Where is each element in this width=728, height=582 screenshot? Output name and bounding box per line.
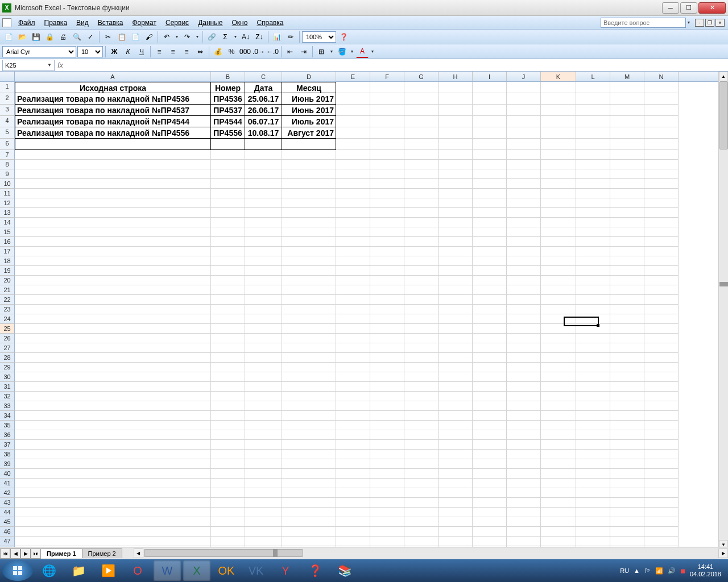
menu-service[interactable]: Сервис: [161, 18, 193, 28]
cell-F39[interactable]: [370, 459, 404, 469]
cell-B42[interactable]: [211, 488, 245, 498]
cell-N32[interactable]: [644, 392, 679, 401]
cell-D34[interactable]: [282, 411, 336, 421]
cell-G43[interactable]: [404, 498, 439, 508]
cell-G5[interactable]: [404, 127, 439, 139]
cell-N16[interactable]: [644, 237, 679, 247]
cell-F2[interactable]: [370, 93, 404, 105]
cell-I45[interactable]: [473, 517, 507, 527]
cell-L24[interactable]: [576, 314, 610, 324]
cell-H29[interactable]: [439, 363, 473, 372]
cell-G46[interactable]: [404, 527, 439, 537]
cell-J5[interactable]: [507, 127, 541, 139]
cell-M42[interactable]: [610, 488, 644, 498]
cell-J7[interactable]: [507, 150, 541, 160]
row-header-5[interactable]: 5: [0, 127, 15, 139]
row-header-15[interactable]: 15: [0, 227, 15, 237]
cell-E34[interactable]: [336, 411, 370, 421]
cell-H12[interactable]: [439, 198, 473, 208]
cell-I44[interactable]: [473, 508, 507, 517]
cell-G20[interactable]: [404, 276, 439, 285]
cell-F22[interactable]: [370, 295, 404, 305]
cell-K9[interactable]: [541, 169, 576, 179]
cell-N10[interactable]: [644, 179, 679, 189]
cell-K35[interactable]: [541, 421, 576, 430]
cell-D40[interactable]: [282, 469, 336, 479]
cell-G39[interactable]: [404, 459, 439, 469]
cell-L25[interactable]: [576, 324, 610, 334]
cell-E39[interactable]: [336, 459, 370, 469]
cell-B23[interactable]: [211, 305, 245, 314]
cell-F40[interactable]: [370, 469, 404, 479]
cell-A16[interactable]: [15, 237, 211, 247]
menu-insert[interactable]: Вставка: [93, 18, 128, 28]
cell-B2[interactable]: ПР4536: [211, 93, 245, 105]
cell-E30[interactable]: [336, 372, 370, 382]
cell-I6[interactable]: [473, 139, 507, 150]
row-header-8[interactable]: 8: [0, 160, 15, 169]
cell-H2[interactable]: [439, 93, 473, 105]
cell-C16[interactable]: [245, 237, 282, 247]
cell-L40[interactable]: [576, 469, 610, 479]
cell-M41[interactable]: [610, 479, 644, 488]
cell-K29[interactable]: [541, 363, 576, 372]
cell-B1[interactable]: Номер: [211, 82, 245, 93]
cell-H20[interactable]: [439, 276, 473, 285]
cell-E25[interactable]: [336, 324, 370, 334]
cell-B10[interactable]: [211, 179, 245, 189]
cell-J18[interactable]: [507, 256, 541, 266]
cell-M12[interactable]: [610, 198, 644, 208]
cell-N12[interactable]: [644, 198, 679, 208]
cell-L23[interactable]: [576, 305, 610, 314]
cell-L11[interactable]: [576, 189, 610, 198]
cell-D4[interactable]: Июль 2017: [282, 116, 336, 127]
cell-K24[interactable]: [541, 314, 576, 324]
cell-K43[interactable]: [541, 498, 576, 508]
cell-F23[interactable]: [370, 305, 404, 314]
cell-G26[interactable]: [404, 334, 439, 343]
cell-E3[interactable]: [336, 105, 370, 116]
cell-L29[interactable]: [576, 363, 610, 372]
cell-A5[interactable]: Реализация товара по накладной №ПР4556: [15, 127, 211, 139]
cell-N30[interactable]: [644, 372, 679, 382]
row-header-30[interactable]: 30: [0, 372, 15, 382]
print-icon[interactable]: 🖨: [57, 31, 69, 43]
cell-D23[interactable]: [282, 305, 336, 314]
cell-L32[interactable]: [576, 392, 610, 401]
cell-F31[interactable]: [370, 382, 404, 392]
cell-I9[interactable]: [473, 169, 507, 179]
cell-I15[interactable]: [473, 227, 507, 237]
column-header-F[interactable]: F: [370, 72, 404, 81]
align-right-icon[interactable]: ≡: [180, 45, 193, 58]
bold-button[interactable]: Ж: [108, 45, 121, 58]
cell-K33[interactable]: [541, 401, 576, 411]
row-header-32[interactable]: 32: [0, 392, 15, 401]
cell-M20[interactable]: [610, 276, 644, 285]
cell-I23[interactable]: [473, 305, 507, 314]
start-button[interactable]: [2, 560, 33, 581]
cell-H14[interactable]: [439, 218, 473, 227]
cell-J3[interactable]: [507, 105, 541, 116]
cell-A42[interactable]: [15, 488, 211, 498]
cell-H26[interactable]: [439, 334, 473, 343]
cell-H38[interactable]: [439, 450, 473, 459]
cell-D19[interactable]: [282, 266, 336, 276]
cell-M46[interactable]: [610, 527, 644, 537]
doc-minimize-button[interactable]: -: [695, 19, 704, 27]
cell-B5[interactable]: ПР4556: [211, 127, 245, 139]
cell-I1[interactable]: [473, 82, 507, 93]
cell-D8[interactable]: [282, 160, 336, 169]
cell-K23[interactable]: [541, 305, 576, 314]
cell-C13[interactable]: [245, 208, 282, 218]
cell-I5[interactable]: [473, 127, 507, 139]
cell-G22[interactable]: [404, 295, 439, 305]
cell-E35[interactable]: [336, 421, 370, 430]
cell-N47[interactable]: [644, 537, 679, 546]
cell-A13[interactable]: [15, 208, 211, 218]
cell-F33[interactable]: [370, 401, 404, 411]
cell-G3[interactable]: [404, 105, 439, 116]
decrease-indent-icon[interactable]: ⇤: [284, 45, 296, 58]
cell-L18[interactable]: [576, 256, 610, 266]
row-header-10[interactable]: 10: [0, 179, 15, 189]
cell-C14[interactable]: [245, 218, 282, 227]
